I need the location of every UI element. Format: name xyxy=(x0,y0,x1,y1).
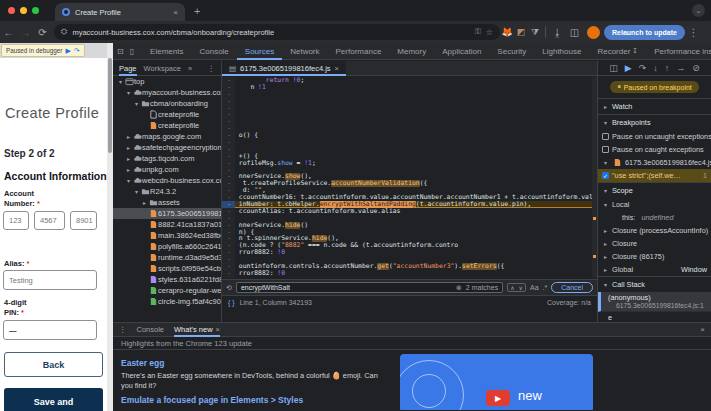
code-line[interactable]: - rror8882: !0 xyxy=(222,270,597,277)
deactivate-breakpoints-icon[interactable]: ⊘ xyxy=(692,63,700,73)
profile-avatar[interactable] xyxy=(587,26,600,39)
breakpoint-file-group[interactable]: ▾ 6175.3e0065199816fec4.js xyxy=(598,156,711,169)
chrome-menu-icon[interactable]: ⋮ xyxy=(685,27,702,38)
mac-zoom-button[interactable] xyxy=(32,7,39,14)
account-number-field-1[interactable]: 123 xyxy=(3,211,29,230)
extension-icon-1[interactable]: 🦊 xyxy=(500,27,514,37)
tree-item-runtime-d3ad9e5d3dd423[interactable]: runtime.d3ad9e5d3dd423 xyxy=(113,252,221,263)
pause-uncaught-checkbox[interactable] xyxy=(602,133,609,140)
bookmark-star-icon[interactable]: ☆ xyxy=(486,28,493,37)
search-next-icon[interactable]: ∨ xyxy=(517,284,525,291)
tree-item-top[interactable]: ▾top xyxy=(113,76,221,87)
tree-item-safetechpageencryption-chase[interactable]: ▸safetechpageencryption.chase xyxy=(113,142,221,153)
code-line[interactable]: - return !0; xyxy=(222,77,597,84)
code-line[interactable]: - xyxy=(222,118,597,125)
debugger-resume-icon[interactable]: ▶ xyxy=(65,47,70,55)
code-line[interactable]: - xyxy=(222,139,597,146)
drawer-tab-close-icon[interactable]: × xyxy=(216,325,220,334)
scope-row-closure[interactable]: ▸Closure xyxy=(598,237,711,250)
breakpoint-entry[interactable]: ✓ "use strict";(self.we… 1 xyxy=(598,169,711,182)
code-line[interactable]: - rror8882: !0 xyxy=(222,249,597,256)
search-prev-icon[interactable]: ∧ xyxy=(508,284,516,291)
toggle-panel-icon[interactable]: ◫ xyxy=(609,63,618,73)
step-out-icon[interactable]: ↑ xyxy=(665,63,670,73)
drawer-tab-console[interactable]: Console xyxy=(137,325,165,334)
inspect-element-icon[interactable]: ⊡ xyxy=(113,47,128,56)
save-and-continue-button[interactable]: Save and xyxy=(4,388,103,411)
code-line[interactable]: - rofileMsg.show = !1; xyxy=(222,160,597,167)
tree-item-maps-google-com[interactable]: ▸maps.google.com xyxy=(113,131,221,142)
code-line[interactable]: - xyxy=(222,277,597,278)
pin-field[interactable]: — xyxy=(3,320,97,340)
drawer-close-icon[interactable]: × xyxy=(700,325,705,334)
editor-file-tab[interactable]: ▤ 6175.3e0065199816fec4.js × xyxy=(222,61,346,76)
back-button[interactable]: Back xyxy=(4,352,103,377)
tab-network[interactable]: Network xyxy=(282,43,327,60)
search-cancel-button[interactable]: Cancel xyxy=(551,282,593,293)
tree-item-styles-631a6221fd8037ba[interactable]: styles.631a6221fd8037ba xyxy=(113,274,221,285)
code-line[interactable]: - o() { xyxy=(222,132,597,139)
navigator-tab-page[interactable]: Page xyxy=(119,61,137,76)
tree-item-cbma-onboarding[interactable]: ▾cbma/onboarding xyxy=(113,98,221,109)
whats-new-video-thumbnail[interactable]: ▶ new xyxy=(400,354,593,410)
scope-row-global[interactable]: ▸GlobalWindow xyxy=(598,263,711,276)
step-icon[interactable]: → xyxy=(676,63,685,73)
regex-toggle[interactable]: .* xyxy=(543,284,548,291)
youtube-play-icon[interactable]: ▶ xyxy=(486,390,510,406)
pause-caught-exceptions-row[interactable]: Pause on caught exceptions xyxy=(598,143,711,156)
match-case-toggle[interactable]: Aa xyxy=(530,284,539,291)
reload-icon[interactable]: ⟳ xyxy=(34,27,51,38)
code-line[interactable]: - xyxy=(222,111,597,118)
tree-item-assets[interactable]: ▸assets xyxy=(113,197,221,208)
device-toolbar-icon[interactable]: ▯ xyxy=(128,47,136,56)
tab-search-button[interactable]: ⌄ xyxy=(692,4,705,17)
navigator-tab-workspace[interactable]: Workspace xyxy=(144,64,181,73)
code-line[interactable]: - xyxy=(222,98,597,105)
tab-lighthouse[interactable]: Lighthouse xyxy=(534,43,589,60)
code-viewer[interactable]: - return !0;- n !1------- o() {--- +() {… xyxy=(222,77,597,278)
scope-section-header[interactable]: ▾Scope xyxy=(598,182,711,198)
new-tab-button[interactable]: + xyxy=(194,5,200,17)
code-line[interactable]: - xyxy=(222,91,597,98)
tab-console[interactable]: Console xyxy=(191,43,236,60)
call-stack-frame[interactable]: (anonymous)6175.3e0065199816fec4.js:1 xyxy=(598,292,711,312)
editor-tab-close-icon[interactable]: × xyxy=(335,64,339,73)
breakpoints-section-header[interactable]: ▾Breakpoints xyxy=(598,114,711,130)
account-number-field-2[interactable]: 4567 xyxy=(34,211,65,230)
tab-memory[interactable]: Memory xyxy=(389,43,434,60)
search-input[interactable]: encryptWithSalt ⊗ 2 matches xyxy=(236,282,503,293)
tree-item-circle-img-f5af4c90fad3d[interactable]: circle-img.f5af4c90fad3d xyxy=(113,296,221,307)
debugger-step-icon[interactable]: ↷ xyxy=(74,47,80,55)
tab-application[interactable]: Application xyxy=(434,43,489,60)
relaunch-to-update-button[interactable]: Relaunch to update xyxy=(604,25,685,40)
code-line[interactable]: - xyxy=(222,146,597,153)
pause-caught-checkbox[interactable] xyxy=(602,146,609,153)
tree-item-tags-tiqcdn-com[interactable]: ▸tags.tiqcdn.com xyxy=(113,153,221,164)
navigator-more-tabs-icon[interactable]: » xyxy=(188,64,192,73)
scope-row-local[interactable]: ▾Local xyxy=(598,198,711,211)
tree-item-polyfills-a660c2641db76b[interactable]: polyfills.a660c2641db76b xyxy=(113,241,221,252)
tab-close-icon[interactable]: × xyxy=(173,8,178,17)
tree-item-6175-3e0065199816fec4-js[interactable]: 6175.3e0065199816fec4.js xyxy=(113,208,221,219)
code-line[interactable]: - nnerService.hide() xyxy=(222,222,597,229)
call-stack-section-header[interactable]: ▾Call Stack xyxy=(598,276,711,292)
tree-item-r24-3-2[interactable]: ▾R24.3.2 xyxy=(113,186,221,197)
tab-recorder[interactable]: Recorder↧ xyxy=(589,43,646,60)
whats-new-section-title[interactable]: Emulate a focused page in Elements > Sty… xyxy=(121,395,391,405)
pretty-print-icon[interactable]: { } xyxy=(228,299,235,306)
tab-sources[interactable]: Sources xyxy=(237,43,282,60)
step-into-icon[interactable]: ↓ xyxy=(653,63,658,73)
drawer-menu-icon[interactable]: ⋮ xyxy=(119,325,127,334)
back-icon[interactable]: ← xyxy=(0,27,17,38)
site-settings-icon[interactable]: ⛭ xyxy=(61,27,67,37)
browser-tab[interactable]: Create Profile × xyxy=(55,3,185,21)
tree-item-main-38624ed38fb0ff5b-js[interactable]: main.38624ed38fb0ff5b.js xyxy=(113,230,221,241)
extensions-puzzle-icon[interactable]: ⧩ xyxy=(528,27,542,38)
watch-section-header[interactable]: ▸Watch xyxy=(598,98,711,114)
code-line[interactable]: - xyxy=(222,105,597,112)
downloads-icon[interactable]: ⭳ xyxy=(549,27,566,38)
search-refresh-icon[interactable]: ⟲ xyxy=(226,284,232,292)
code-line[interactable]: - xyxy=(222,125,597,132)
scope-row-closure-86175-[interactable]: ▸Closure (86175) xyxy=(598,250,711,263)
tree-item-createprofile[interactable]: createprofile xyxy=(113,120,221,131)
